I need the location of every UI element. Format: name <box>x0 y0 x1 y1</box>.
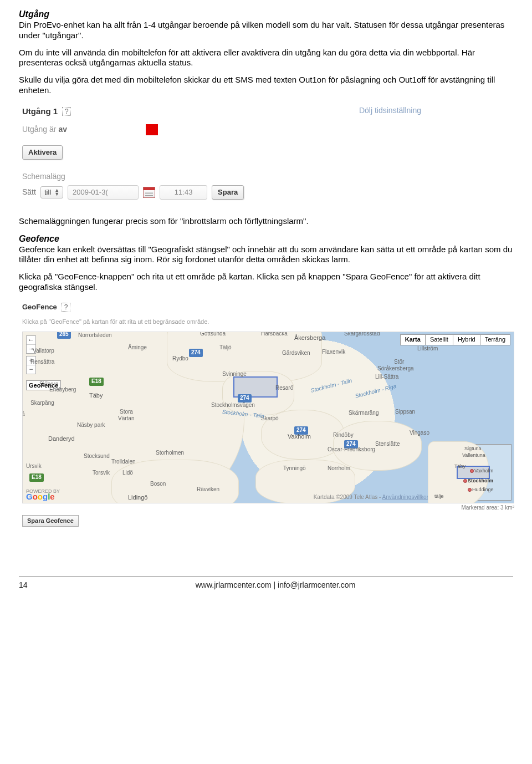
place-label: Täby <box>454 464 466 470</box>
map-type-terrang[interactable]: Terräng <box>480 334 510 345</box>
geofence-title: GeoFence <box>22 303 57 311</box>
geofence-hint: Klicka på "GeoFence" på kartan för att r… <box>22 318 514 326</box>
map-type-hybrid[interactable]: Hybrid <box>453 334 480 345</box>
activate-button[interactable]: Aktivera <box>22 145 63 160</box>
place-label: Sippsan <box>395 409 415 416</box>
copyright-text: Kartdata ©2009 Tele Atlas - <box>314 494 382 500</box>
road-shield: 274 <box>238 394 252 403</box>
place-label: Skärmaräng <box>349 410 378 417</box>
set-mode-select[interactable]: till ▲▼ <box>40 186 63 198</box>
map-container[interactable]: ← → + − GeoFence Karta Satellit Hybrid T… <box>22 332 514 503</box>
time-input[interactable]: 11:43 <box>160 185 207 200</box>
utgang-status: Utgång är av <box>22 124 421 135</box>
place-label: Trolldalen <box>111 459 136 466</box>
place-label: Täljö <box>219 344 232 352</box>
place-label: Stenslätte <box>375 441 400 448</box>
place-label: Resarö <box>275 385 293 392</box>
footer-rule <box>19 577 513 577</box>
place-label: Torsvik <box>93 470 110 477</box>
status-prefix: Utgång är <box>22 125 58 134</box>
footer-text: www.jrlarmcenter.com | info@jrlarmcenter… <box>38 580 513 590</box>
place-label: Täby <box>89 392 103 400</box>
place-label: Lill-Sättra <box>375 374 398 381</box>
place-label: Danderyd <box>48 435 75 443</box>
place-label: Svinninge <box>222 371 247 378</box>
place-label: Vaxholm <box>474 468 493 474</box>
place-label: Åkersberga <box>294 334 325 342</box>
place-label: Boson <box>150 481 166 488</box>
place-label: Rindöby <box>333 432 354 439</box>
place-label: Oscar-Fredriksborg <box>328 446 375 454</box>
select-value: till <box>44 188 51 197</box>
utgang-para-1: Din ProEvo-enhet kan ha allt från 1-4 ut… <box>19 20 513 41</box>
place-label: tälje <box>434 493 444 500</box>
set-label: Sätt <box>22 187 36 197</box>
place-label: Rävviken <box>197 486 219 493</box>
road-shield: E18 <box>29 473 44 482</box>
place-label: Vallatorp <box>33 348 54 355</box>
minus-icon[interactable]: − <box>27 365 35 374</box>
place-label: Tynningö <box>283 465 306 472</box>
help-icon[interactable]: ? <box>62 107 71 116</box>
place-label: Vaxholm <box>288 433 311 441</box>
utgang-para-3: Skulle du vilja göra det med din mobilte… <box>19 75 513 96</box>
place-label: Vingaso <box>410 430 429 437</box>
road-shield: 265 <box>57 332 71 339</box>
google-logo: Google <box>26 494 60 500</box>
place-label: Vallentuna <box>462 452 485 459</box>
ferry-route: Stockholm - Riga <box>354 383 397 400</box>
geofence-heading: Geofence <box>19 233 513 245</box>
road-shield: 274 <box>189 349 203 357</box>
place-label: Gärdsviken <box>282 350 310 357</box>
arrow-left-icon[interactable]: ← <box>27 336 35 344</box>
place-label: Gottsunda <box>200 332 226 338</box>
place-label: Hårsbacka <box>261 332 288 338</box>
geofence-panel: GeoFence ? Klicka på "GeoFence" på karta… <box>22 302 514 527</box>
hide-time-link[interactable]: Dölj tidsinställning <box>359 106 421 116</box>
calendar-icon[interactable] <box>143 187 155 198</box>
geofence-para-2: Klicka på "GeoFence-knappen" och rita ut… <box>19 272 513 293</box>
map-type-satellit[interactable]: Satellit <box>425 334 453 345</box>
scheduling-note: Schemaläggningen fungerar precis som för… <box>19 216 513 227</box>
place-label: Storholmen <box>156 450 184 457</box>
place-label: Norrholm <box>328 465 350 472</box>
utgang-para-2: Om du inte vill använda din mobiltelefon… <box>19 48 513 69</box>
place-label: Näsby park <box>77 422 105 429</box>
place-label: Skarpäng <box>30 400 54 407</box>
save-button[interactable]: Spara <box>212 185 244 200</box>
place-label: Norrortsleden <box>78 332 112 339</box>
place-label: Lillström <box>417 345 438 353</box>
place-label: Ursvik <box>26 463 42 470</box>
status-state: av <box>58 125 67 134</box>
marked-area-info: Markerad area: 3 km² <box>22 505 514 512</box>
place-label: ä <box>22 411 25 418</box>
geofence-para-1: Geofence kan enkelt översättas till "Geo… <box>19 245 513 266</box>
chevron-updown-icon: ▲▼ <box>54 189 59 196</box>
overview-map[interactable]: Sigtuna Vallentuna Täby Vaxholm Stockhol… <box>431 444 511 501</box>
utgang-panel: Utgång 1 ? Dölj tidsinställning Utgång ä… <box>22 106 421 200</box>
place-label: Söråkersberga <box>377 365 414 373</box>
page-footer: 14 www.jrlarmcenter.com | info@jrlarmcen… <box>19 580 513 590</box>
road-shield: E18 <box>89 378 104 386</box>
place-label: Flaxenvik <box>322 349 345 356</box>
date-input[interactable]: 2009-01-3( <box>68 185 139 200</box>
place-label: Åminge <box>128 344 147 352</box>
page-number: 14 <box>19 580 38 590</box>
place-label: Skärgårdsstad <box>344 332 380 338</box>
place-label: Stockholm <box>468 478 493 484</box>
place-label: Stora <box>120 409 133 416</box>
help-icon[interactable]: ? <box>62 303 70 312</box>
ferry-route: Stockholm - Talin <box>310 378 352 395</box>
terms-link[interactable]: Användningsvillkor <box>382 494 428 500</box>
place-label: Lidingö <box>128 494 147 502</box>
powered-by: POWERED BY Google <box>26 488 60 500</box>
place-label: Stocksund <box>84 453 110 460</box>
utgang1-title: Utgång 1 <box>22 106 58 115</box>
save-geofence-button[interactable]: Spara Geofence <box>22 515 79 527</box>
utgang-heading: Utgång <box>19 9 513 20</box>
place-label: Lidö <box>122 470 133 477</box>
place-label: Stör <box>394 359 404 366</box>
place-label: Värtan <box>118 415 134 422</box>
place-label: Enebyberg <box>49 386 76 394</box>
map-type-karta[interactable]: Karta <box>400 334 426 345</box>
